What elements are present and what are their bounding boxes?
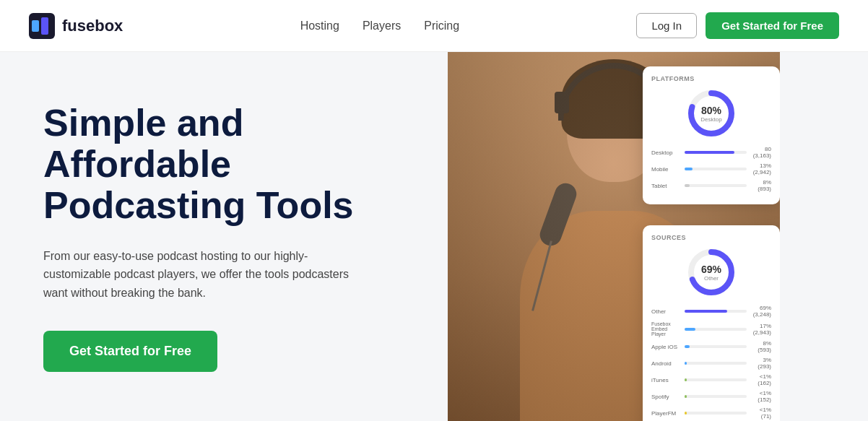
nav-players[interactable]: Players xyxy=(363,19,401,32)
hero-cta-button[interactable]: Get Started for Free xyxy=(43,331,217,372)
logo-area[interactable]: fusebox xyxy=(29,13,123,39)
nav-hosting[interactable]: Hosting xyxy=(300,19,339,32)
source-row-itunes: iTunes <1% (162) xyxy=(651,373,771,386)
desktop-donut-chart: 80% Desktop xyxy=(686,88,737,139)
stat-row-desktop: Desktop 80 (3,163) xyxy=(651,146,771,159)
main-nav: Hosting Players Pricing xyxy=(300,19,460,32)
fusebox-logo-icon xyxy=(29,13,55,39)
desktop-percent: 80% xyxy=(700,105,721,116)
hero-section: Simple and Affordable Podcasting Tools F… xyxy=(0,52,868,421)
stat-row-tablet: Tablet 8% (893) xyxy=(651,179,771,192)
hero-title: Simple and Affordable Podcasting Tools xyxy=(43,103,376,227)
sources-label: Other xyxy=(701,275,721,282)
svg-rect-1 xyxy=(32,20,39,32)
source-row-playerfm: PlayerFM <1% (71) xyxy=(651,407,771,420)
desktop-label: Desktop xyxy=(700,116,721,123)
stat-row-mobile: Mobile 13% (2,942) xyxy=(651,162,771,175)
hero-subtitle: From our easy-to-use podcast hosting to … xyxy=(43,247,354,303)
header-actions: Log In Get Started for Free xyxy=(636,12,839,39)
source-row-fusebox: Fusebox Embed Player 17% (2,943) xyxy=(651,321,771,337)
hero-image: Platforms 80% Desktop Desktop 80 (3,163) xyxy=(448,52,780,421)
site-header: fusebox Hosting Players Pricing Log In G… xyxy=(0,0,868,52)
login-button[interactable]: Log In xyxy=(636,13,697,38)
source-row-spotify: Spotify <1% (152) xyxy=(651,390,771,403)
sources-title: Sources xyxy=(651,234,771,241)
source-row-android: Android 3% (293) xyxy=(651,357,771,370)
sources-percent: 69% xyxy=(701,264,721,275)
analytics-desktop-title: Platforms xyxy=(651,75,771,82)
source-row-apple: Apple iOS 8% (593) xyxy=(651,340,771,353)
nav-pricing[interactable]: Pricing xyxy=(424,19,459,32)
logo-text: fusebox xyxy=(62,17,123,35)
source-row-other: Other 69% (3,248) xyxy=(651,305,771,318)
hero-content: Simple and Affordable Podcasting Tools F… xyxy=(0,52,404,421)
analytics-sources-card: Sources 69% Other Other 69% (3,248) xyxy=(643,225,780,421)
header-cta-button[interactable]: Get Started for Free xyxy=(706,12,839,39)
svg-rect-2 xyxy=(41,17,48,35)
sources-donut-chart: 69% Other xyxy=(686,247,737,298)
analytics-desktop-card: Platforms 80% Desktop Desktop 80 (3,163) xyxy=(643,66,780,204)
